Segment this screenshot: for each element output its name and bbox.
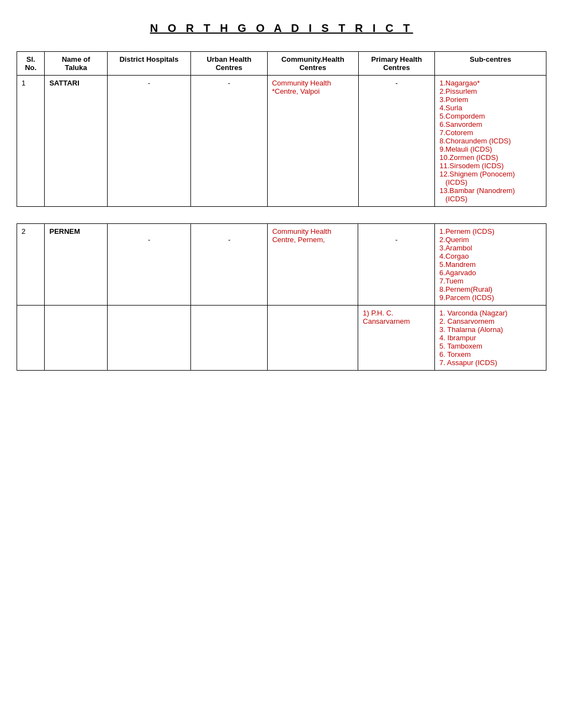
table-2: 2 PERNEM - - Community HealthCentre, Per… — [17, 223, 546, 371]
cell-district: - — [107, 76, 190, 207]
header-district: District Hospitals — [107, 52, 190, 76]
header-community: Community.HealthCentres — [267, 52, 358, 76]
cell-community-2: Community HealthCentre, Pernem, — [268, 224, 358, 306]
cell-name: SATTARI — [45, 76, 107, 207]
table-row-pernem-top: 2 PERNEM - - Community HealthCentre, Per… — [17, 224, 546, 306]
header-urban: Urban HealthCentres — [191, 52, 268, 76]
cell-district-2b — [108, 306, 191, 371]
cell-urban: - — [191, 76, 268, 207]
header-primary: Primary HealthCentres — [358, 52, 435, 76]
cell-name-2b — [45, 306, 108, 371]
cell-urban-2: - — [191, 224, 268, 306]
cell-primary-2: - — [358, 224, 435, 306]
cell-sub: 1.Nagargao* 2.Pissurlem 3.Poriem 4.Surla… — [435, 76, 546, 207]
table-row: 1 SATTARI - - Community Health*Centre, V… — [17, 76, 546, 207]
cell-sub-2-top: 1.Pernem (ICDS) 2.Querim 3.Arambol 4.Cor… — [435, 224, 546, 306]
page-title: N O R T H G O A D I S T R I C T — [17, 22, 546, 35]
cell-community-2b — [268, 306, 358, 371]
cell-urban-2b — [191, 306, 268, 371]
cell-sub-2b: 1. Varconda (Nagzar) 2. Cansarvornem 3. … — [435, 306, 546, 371]
table-row-pernem-bottom: 1) P.H. C. Cansarvarnem 1. Varconda (Nag… — [17, 306, 546, 371]
cell-district-2: - — [108, 224, 191, 306]
cell-community: Community Health*Centre, Valpoi — [267, 76, 358, 207]
cell-sl: 1 — [17, 76, 45, 207]
cell-sl-2b — [17, 306, 45, 371]
header-sl: Sl.No. — [17, 52, 45, 76]
cell-name-2: PERNEM — [45, 224, 108, 306]
table-1: Sl.No. Name ofTaluka District Hospitals … — [17, 51, 546, 207]
cell-primary: - — [358, 76, 435, 207]
header-name: Name ofTaluka — [45, 52, 107, 76]
cell-sl-2: 2 — [17, 224, 45, 306]
cell-primary-2b: 1) P.H. C. Cansarvarnem — [358, 306, 435, 371]
header-sub: Sub-centres — [435, 52, 546, 76]
